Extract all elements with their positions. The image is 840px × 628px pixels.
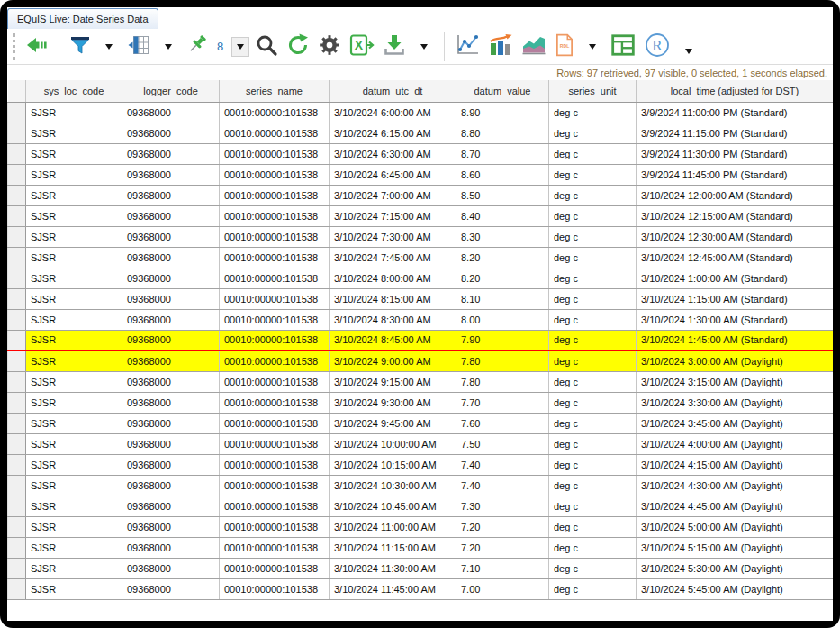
line-chart-button[interactable]: [452, 32, 483, 62]
row-selector[interactable]: [8, 102, 26, 123]
table-cell[interactable]: 3/10/2024 10:00:00 AM: [330, 433, 456, 454]
table-cell[interactable]: 8.20: [456, 247, 549, 268]
row-selector[interactable]: [8, 558, 26, 578]
row-selector[interactable]: [8, 537, 26, 558]
table-cell[interactable]: 3/10/2024 8:30:00 AM: [330, 309, 456, 330]
table-cell[interactable]: deg c: [549, 309, 637, 330]
table-cell[interactable]: 7.40: [456, 475, 549, 496]
table-cell[interactable]: 09368000: [122, 350, 220, 371]
back-button[interactable]: [23, 32, 51, 62]
row-selector[interactable]: [8, 371, 26, 392]
table-cell[interactable]: 3/10/2024 9:00:00 AM: [330, 350, 456, 371]
refresh-button[interactable]: [284, 32, 312, 62]
table-cell[interactable]: deg c: [549, 288, 637, 309]
table-cell[interactable]: SJSR: [26, 247, 122, 268]
table-cell[interactable]: 3/10/2024 5:30:00 AM (Daylight): [637, 558, 834, 578]
table-cell[interactable]: 09368000: [122, 496, 220, 516]
table-cell[interactable]: 3/10/2024 3:30:00 AM (Daylight): [637, 392, 834, 413]
table-cell[interactable]: 09368000: [122, 268, 220, 288]
row-selector[interactable]: [8, 309, 26, 330]
table-cell[interactable]: 3/10/2024 3:00:00 AM (Daylight): [637, 350, 834, 371]
download-button[interactable]: [380, 32, 409, 62]
table-cell[interactable]: 00010:00000:101538: [220, 185, 330, 205]
table-cell[interactable]: 3/10/2024 12:00:00 AM (Standard): [637, 185, 834, 205]
table-cell[interactable]: 3/10/2024 1:15:00 AM (Standard): [637, 288, 834, 309]
table-cell[interactable]: 09368000: [122, 247, 220, 268]
table-cell[interactable]: deg c: [549, 516, 637, 537]
table-cell[interactable]: 09368000: [122, 288, 220, 309]
table-cell[interactable]: deg c: [549, 164, 637, 185]
column-header[interactable]: datum_utc_dt: [330, 80, 456, 102]
table-cell[interactable]: 7.20: [456, 516, 549, 537]
table-cell[interactable]: 3/9/2024 11:30:00 PM (Standard): [637, 143, 834, 164]
table-cell[interactable]: 09368000: [122, 392, 220, 413]
table-cell[interactable]: 8.10: [456, 288, 549, 309]
table-cell[interactable]: deg c: [549, 123, 637, 143]
table-cell[interactable]: 09368000: [122, 102, 220, 123]
table-cell[interactable]: 3/10/2024 7:45:00 AM: [330, 247, 456, 268]
table-cell[interactable]: 3/10/2024 11:00:00 AM: [330, 516, 456, 537]
table-cell[interactable]: 3/10/2024 4:15:00 AM (Daylight): [637, 454, 834, 475]
table-cell[interactable]: 7.50: [456, 433, 549, 454]
table-cell[interactable]: 3/10/2024 10:30:00 AM: [330, 475, 456, 496]
row-selector[interactable]: [8, 205, 26, 226]
table-cell[interactable]: deg c: [549, 413, 637, 433]
table-row[interactable]: SJSR0936800000010:00000:1015383/10/2024 …: [8, 102, 834, 123]
table-cell[interactable]: 3/10/2024 6:45:00 AM: [330, 164, 456, 185]
table-cell[interactable]: 00010:00000:101538: [220, 475, 330, 496]
table-cell[interactable]: 09368000: [122, 123, 220, 143]
table-cell[interactable]: 3/10/2024 6:30:00 AM: [330, 143, 456, 164]
row-selector[interactable]: [8, 454, 26, 475]
table-cell[interactable]: 09368000: [122, 558, 220, 578]
table-cell[interactable]: SJSR: [26, 516, 122, 537]
table-cell[interactable]: deg c: [549, 226, 637, 247]
table-cell[interactable]: SJSR: [26, 537, 122, 558]
search-button[interactable]: [252, 32, 281, 62]
table-cell[interactable]: 3/10/2024 7:00:00 AM: [330, 185, 456, 205]
table-row[interactable]: SJSR0936800000010:00000:1015383/10/2024 …: [8, 288, 834, 309]
table-cell[interactable]: SJSR: [26, 558, 122, 578]
table-row[interactable]: SJSR0936800000010:00000:1015383/10/2024 …: [8, 247, 834, 268]
row-selector[interactable]: [8, 392, 26, 413]
table-cell[interactable]: 3/10/2024 4:00:00 AM (Daylight): [637, 433, 834, 454]
table-cell[interactable]: deg c: [549, 247, 637, 268]
table-cell[interactable]: deg c: [549, 350, 637, 371]
row-selector[interactable]: [8, 185, 26, 205]
table-cell[interactable]: 3/10/2024 5:15:00 AM (Daylight): [637, 537, 834, 558]
table-cell[interactable]: 7.70: [456, 392, 549, 413]
table-row[interactable]: SJSR0936800000010:00000:1015383/10/2024 …: [8, 185, 834, 205]
table-cell[interactable]: 00010:00000:101538: [220, 578, 330, 599]
table-cell[interactable]: 3/10/2024 6:15:00 AM: [330, 123, 456, 143]
table-cell[interactable]: 09368000: [122, 226, 220, 247]
table-cell[interactable]: 00010:00000:101538: [220, 392, 330, 413]
table-row[interactable]: SJSR0936800000010:00000:1015383/10/2024 …: [8, 392, 834, 413]
table-cell[interactable]: 09368000: [122, 413, 220, 433]
table-cell[interactable]: 3/10/2024 12:30:00 AM (Standard): [637, 226, 834, 247]
table-row[interactable]: SJSR0936800000010:00000:1015383/10/2024 …: [8, 205, 834, 226]
filter-button[interactable]: [67, 32, 94, 62]
table-cell[interactable]: 00010:00000:101538: [220, 516, 330, 537]
table-cell[interactable]: SJSR: [26, 330, 122, 350]
table-cell[interactable]: 3/10/2024 5:45:00 AM (Daylight): [637, 578, 834, 599]
table-cell[interactable]: deg c: [549, 433, 637, 454]
table-cell[interactable]: 7.40: [456, 454, 549, 475]
table-cell[interactable]: 3/10/2024 7:30:00 AM: [330, 226, 456, 247]
table-cell[interactable]: 00010:00000:101538: [220, 164, 330, 185]
column-header[interactable]: datum_value: [456, 80, 549, 102]
table-cell[interactable]: 7.30: [456, 496, 549, 516]
table-cell[interactable]: 09368000: [122, 185, 220, 205]
row-selector[interactable]: [8, 226, 26, 247]
table-cell[interactable]: SJSR: [26, 123, 122, 143]
table-cell[interactable]: SJSR: [26, 371, 122, 392]
tab-date-series-data[interactable]: EQuIS Live: Date Series Data: [7, 8, 158, 29]
table-cell[interactable]: 7.90: [456, 330, 549, 350]
table-cell[interactable]: 09368000: [122, 205, 220, 226]
table-cell[interactable]: 3/10/2024 1:00:00 AM (Standard): [637, 268, 834, 288]
table-cell[interactable]: 00010:00000:101538: [220, 350, 330, 371]
table-cell[interactable]: 00010:00000:101538: [220, 288, 330, 309]
row-selector[interactable]: [8, 330, 26, 350]
table-cell[interactable]: SJSR: [26, 496, 122, 516]
table-cell[interactable]: 8.80: [456, 123, 549, 143]
table-cell[interactable]: 3/10/2024 11:15:00 AM: [330, 537, 456, 558]
table-cell[interactable]: 00010:00000:101538: [220, 247, 330, 268]
